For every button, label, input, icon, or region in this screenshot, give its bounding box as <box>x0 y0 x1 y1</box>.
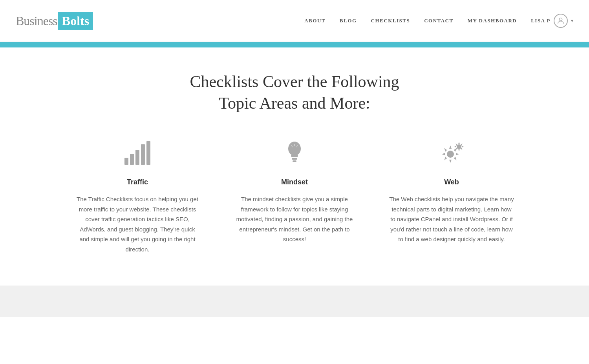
nav-blog[interactable]: BLOG <box>340 18 357 24</box>
user-menu[interactable]: LISA P ▾ <box>531 14 573 28</box>
page-heading: Checklists Cover the Following Topic Are… <box>16 71 573 114</box>
nav-about[interactable]: ABOUT <box>304 18 326 24</box>
footer-background <box>0 286 589 317</box>
mindset-description: The mindset checklists give you a simple… <box>232 194 357 244</box>
site-header: Business Bolts ABOUT BLOG CHECKLISTS CON… <box>0 0 589 42</box>
mindset-icon-wrap <box>283 137 306 169</box>
chevron-down-icon: ▾ <box>571 18 573 24</box>
mindset-column: Mindset The mindset checklists give you … <box>216 137 373 254</box>
svg-point-8 <box>447 151 454 158</box>
svg-rect-2 <box>291 155 298 157</box>
nav-contact[interactable]: CONTACT <box>424 18 454 24</box>
lightbulb-icon <box>283 138 306 167</box>
site-logo[interactable]: Business Bolts <box>16 12 93 30</box>
svg-rect-3 <box>292 158 297 160</box>
blue-stripe-decoration <box>0 42 589 47</box>
nav-checklists[interactable]: CHECKLISTS <box>371 18 410 24</box>
traffic-title: Traffic <box>127 178 148 186</box>
traffic-description: The Traffic Checklists focus on helping … <box>75 194 200 254</box>
svg-point-1 <box>288 142 301 156</box>
user-name-label: LISA P <box>531 18 551 24</box>
svg-point-9 <box>457 144 461 149</box>
nav-dashboard[interactable]: MY DASHBOARD <box>468 18 517 24</box>
user-avatar <box>554 14 568 28</box>
logo-business: Business <box>16 14 57 28</box>
gears-icon <box>438 140 465 167</box>
web-description: The Web checklists help you navigate the… <box>389 194 514 244</box>
svg-point-0 <box>559 18 562 21</box>
traffic-column: Traffic The Traffic Checklists focus on … <box>59 137 216 254</box>
main-content: Checklists Cover the Following Topic Are… <box>0 47 589 286</box>
mindset-title: Mindset <box>281 178 308 186</box>
web-icon-wrap <box>438 137 465 169</box>
web-title: Web <box>444 178 459 186</box>
feature-columns: Traffic The Traffic Checklists focus on … <box>59 137 530 254</box>
svg-rect-4 <box>293 160 296 162</box>
logo-bolts: Bolts <box>58 12 93 30</box>
traffic-icon-wrap <box>124 137 150 169</box>
web-column: Web The Web checklists help you navigate… <box>373 137 530 254</box>
bar-chart-icon <box>124 141 150 165</box>
main-nav: ABOUT BLOG CHECKLISTS CONTACT MY DASHBOA… <box>304 14 573 28</box>
